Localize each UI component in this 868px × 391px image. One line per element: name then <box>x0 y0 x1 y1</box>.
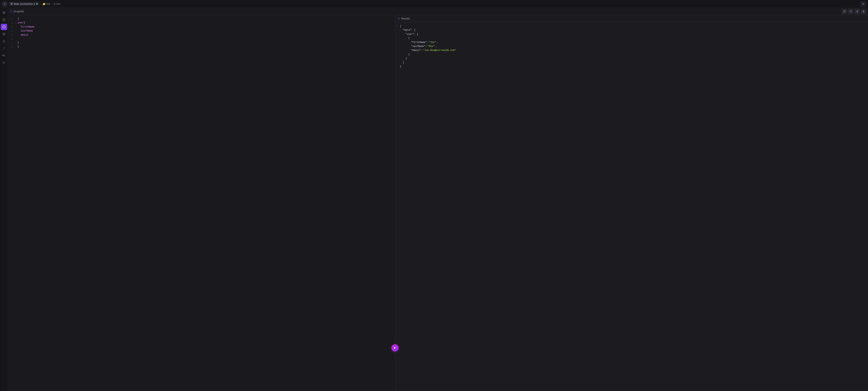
line-number-2: 2 <box>9 21 15 25</box>
results-header: Results <box>395 15 868 22</box>
line-content-8: } <box>18 45 393 49</box>
explorer-icon <box>2 18 5 21</box>
breadcrumb-1: hm <box>46 3 50 5</box>
breadcrumb-separator-2: › <box>51 2 53 5</box>
result-line-4: ▾ { <box>397 36 866 40</box>
svg-rect-1 <box>11 3 11 4</box>
line-content-5: email <box>18 33 393 37</box>
toolbar-label: GraphQL <box>10 10 24 13</box>
svg-line-33 <box>4 62 4 64</box>
sidebar-item-explorer[interactable] <box>1 17 7 23</box>
result-firstname-key: "firstName": <box>411 40 428 44</box>
result-obj-open: { <box>408 36 410 40</box>
breadcrumb-folder[interactable]: 📁 hm <box>42 3 50 5</box>
split-pane: 1 { 2 ▾ user{ 3 firstName <box>8 15 868 391</box>
result-line-7: "email": "Jon.Doe@surrealdb.com" <box>397 48 866 52</box>
sidebar-item-functions[interactable]: ƒ <box>1 45 7 52</box>
ml-icon: ML <box>2 55 5 57</box>
svg-point-18 <box>4 25 4 26</box>
line-content-3: firstName <box>18 25 393 29</box>
line-number-4: 4 <box>9 29 15 33</box>
result-email-value: "Jon.Doe@surrealdb.com" <box>423 48 456 52</box>
lock-icon <box>2 40 5 43</box>
result-line-10: } <box>397 61 866 65</box>
breadcrumb-table[interactable]: ⊞ hm <box>54 3 60 5</box>
graphql-editor[interactable]: 1 { 2 ▾ user{ 3 firstName <box>8 15 395 391</box>
line-content-1: { <box>18 17 393 21</box>
result-line-5: "firstName": "Jon" , <box>397 40 866 44</box>
editor-line-2: 2 ▾ user{ <box>8 21 395 25</box>
editor-line-8: 8 } <box>8 45 395 49</box>
sidebar-item-api[interactable] <box>1 59 7 66</box>
line-number-6: 6 <box>9 37 15 41</box>
dollar-button[interactable]: $ <box>861 9 866 14</box>
app-logo[interactable] <box>2 1 7 7</box>
line-number-8: 8 <box>9 45 15 49</box>
refresh-button[interactable]: ↻ <box>842 9 847 14</box>
table-icon: ⊞ <box>54 3 56 5</box>
main-container: ƒ ML GraphQL ↻ ≡ ✕ <box>0 8 868 391</box>
function-icon: ƒ <box>3 47 4 50</box>
pane-divider[interactable] <box>395 15 396 391</box>
result-line-2: ▾ "data": { <box>397 28 866 32</box>
result-fold-2[interactable]: ▾ <box>400 29 402 32</box>
connection-status-dot <box>36 3 38 5</box>
sidebar-item-security[interactable] <box>1 38 7 44</box>
result-lastname-key: "lastName": <box>411 44 427 48</box>
topbar: New connection 2 › 📁 hm › ⊞ hm ⊟ <box>0 0 868 8</box>
sidebar-item-connections[interactable] <box>1 9 7 16</box>
line-number-7: 7 <box>9 41 15 45</box>
content-area: GraphQL ↻ ≡ ✕ $ 1 { 2 <box>8 8 868 391</box>
svg-rect-16 <box>4 20 5 21</box>
sidebar-item-graphql[interactable] <box>1 24 7 30</box>
close-button[interactable]: ✕ <box>855 9 860 14</box>
result-email-key: "email": <box>411 48 423 52</box>
line-content-4: lastName <box>18 29 393 33</box>
connection-tab[interactable]: New connection 2 <box>9 2 39 6</box>
result-line-8: } <box>397 53 866 56</box>
result-line-6: "lastName": "Doe" , <box>397 44 866 48</box>
result-fold-1[interactable]: ▾ <box>397 25 399 28</box>
designer-icon <box>2 32 5 36</box>
results-content[interactable]: ▾ { ▾ "data": { ▾ "user": [ <box>395 22 868 391</box>
result-fold-4[interactable]: ▾ <box>405 37 407 40</box>
result-line-11: } <box>397 65 866 68</box>
connection-icon <box>10 3 13 5</box>
svg-rect-13 <box>3 19 4 20</box>
result-firstname-value: "Jon" <box>429 40 436 44</box>
sidebar-item-ml[interactable]: ML <box>1 52 7 59</box>
editor-line-1: 1 { <box>8 17 395 21</box>
line-number-1: 1 <box>9 17 15 21</box>
breadcrumb-2: hm <box>57 3 60 5</box>
list-button[interactable]: ≡ <box>848 9 853 14</box>
result-data-close: } <box>403 61 404 65</box>
api-icon <box>2 61 5 64</box>
run-query-button[interactable] <box>392 344 399 351</box>
svg-rect-32 <box>3 41 5 42</box>
line-content-2: user{ <box>18 21 393 25</box>
folder-icon: 📁 <box>42 3 45 5</box>
layout-toggle-button[interactable]: ⊟ <box>861 1 866 7</box>
result-lastname-value: "Doe" <box>428 44 435 48</box>
results-title: Results <box>401 17 410 20</box>
line-number-5: 5 <box>9 33 15 37</box>
fold-arrow-2[interactable]: ▾ <box>15 22 18 24</box>
editor-line-5: 5 email <box>8 33 395 37</box>
toolbar-actions: ↻ ≡ ✕ $ <box>842 9 866 14</box>
editor-line-3: 3 firstName <box>8 25 395 29</box>
run-icon <box>394 347 396 349</box>
svg-rect-14 <box>4 19 5 20</box>
result-brace-open: { <box>400 24 401 28</box>
sidebar: ƒ ML <box>0 8 8 391</box>
svg-rect-2 <box>12 3 12 4</box>
toolbar-title: GraphQL <box>14 10 24 13</box>
topbar-right-actions: ⊟ <box>861 1 866 7</box>
result-line-1: ▾ { <box>397 24 866 28</box>
graphql-icon <box>2 25 5 29</box>
result-fold-3[interactable]: ▾ <box>402 33 405 36</box>
sidebar-item-designer[interactable] <box>1 31 7 37</box>
result-user-key: "user": [ <box>405 32 418 36</box>
connection-name: New connection 2 <box>14 3 35 5</box>
query-toolbar: GraphQL ↻ ≡ ✕ $ <box>8 8 868 15</box>
svg-point-21 <box>4 28 4 29</box>
